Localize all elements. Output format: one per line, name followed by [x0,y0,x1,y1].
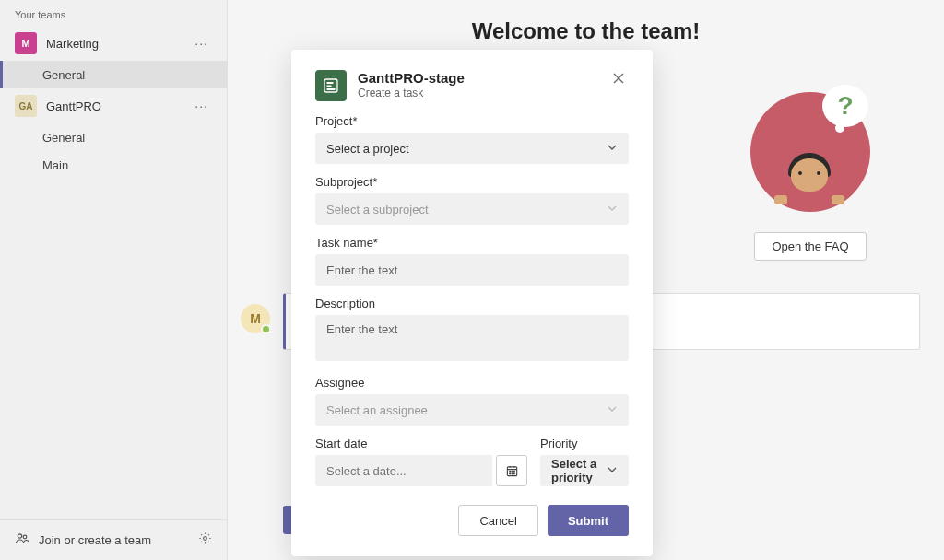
subproject-select[interactable]: Select a subproject [315,193,629,225]
people-icon [15,531,30,550]
taskname-input[interactable] [315,254,629,286]
submit-button[interactable]: Submit [548,505,629,536]
assignee-label: Assignee [315,376,629,390]
modal-header: GanttPRO-stage Create a task [315,70,629,101]
chevron-down-icon [607,464,618,478]
more-icon[interactable]: ··· [191,36,212,51]
faq-illustration: ? [750,92,870,212]
chevron-down-icon [607,403,618,417]
assignee-select[interactable]: Select an assignee [315,394,629,426]
svg-point-13 [513,472,514,473]
sidebar-header: Your teams [0,0,227,26]
team-icon: M [15,32,37,54]
sidebar: Your teams M Marketing ··· General GA Ga… [0,0,228,560]
startdate-input[interactable] [315,455,492,486]
gear-icon[interactable] [198,531,212,549]
channel-main[interactable]: Main [0,151,227,179]
team-name: GanttPRO [46,99,191,113]
create-task-modal: GanttPRO-stage Create a task Project* Se… [291,50,653,556]
project-label: Project* [315,114,629,128]
svg-rect-5 [327,86,332,88]
question-mark-icon: ? [837,91,853,121]
subproject-label: Subproject* [315,175,629,189]
channel-general-2[interactable]: General [0,123,227,151]
svg-rect-4 [327,82,334,84]
svg-point-9 [511,471,512,472]
startdate-label: Start date [315,437,527,450]
calendar-icon [505,464,519,478]
avatar: M [241,304,270,333]
svg-rect-6 [327,88,336,90]
channel-general[interactable]: General [0,61,227,88]
chevron-down-icon [607,142,618,156]
cancel-button[interactable]: Cancel [458,505,537,536]
team-name: Marketing [46,37,191,51]
priority-label: Priority [540,437,629,450]
modal-title: GanttPRO-stage [358,70,465,86]
join-create-label[interactable]: Join or create a team [39,533,198,547]
svg-point-1 [23,535,27,539]
welcome-title: Welcome to the team! [228,18,944,44]
presence-available-icon [261,324,271,334]
svg-point-12 [511,472,512,473]
description-input[interactable] [315,315,629,361]
close-icon[interactable] [608,70,629,90]
calendar-button[interactable] [496,455,527,486]
svg-point-8 [509,471,510,472]
sidebar-footer: Join or create a team [0,519,227,560]
open-faq-button[interactable]: Open the FAQ [754,232,866,261]
svg-point-10 [513,471,514,472]
modal-subtitle: Create a task [358,87,465,99]
ganttpro-icon [315,70,347,101]
svg-point-0 [18,533,21,537]
project-select[interactable]: Select a project [315,133,629,164]
more-icon[interactable]: ··· [191,99,212,113]
illustration-block: ? Open the FAQ [750,92,870,261]
taskname-label: Task name* [315,236,629,250]
chevron-down-icon [607,203,618,216]
team-icon: GA [15,95,37,117]
priority-select[interactable]: Select a priority [540,455,629,486]
team-row-marketing[interactable]: M Marketing ··· [0,26,227,61]
description-label: Description [315,297,629,310]
svg-point-2 [204,537,207,541]
svg-point-11 [509,472,510,473]
team-row-ganttpro[interactable]: GA GanttPRO ··· [0,88,227,123]
